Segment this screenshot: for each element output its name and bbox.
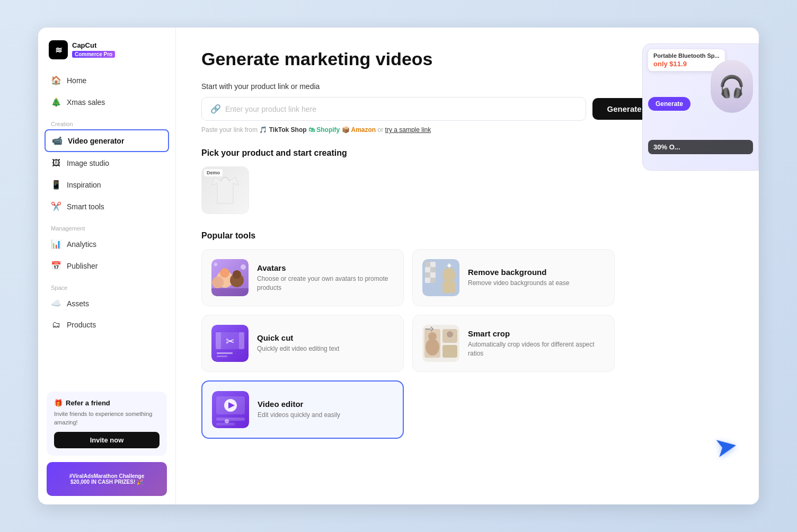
sidebar-item-xmas-sales[interactable]: 🎄 Xmas sales: [45, 92, 169, 112]
video-editor-title: Video editor: [258, 400, 340, 409]
avatars-thumbnail: [211, 259, 249, 296]
logo-icon: ≋: [49, 40, 68, 59]
sidebar-bottom: 🎁 Refer a friend Invite friends to exper…: [38, 383, 175, 504]
smart-crop-info: Smart crop Automatically crop videos for…: [468, 329, 605, 358]
refer-desc: Invite friends to experience something a…: [54, 410, 160, 427]
tool-card-video-editor[interactable]: Video editor Edit videos quickly and eas…: [201, 380, 404, 439]
svg-rect-14: [425, 272, 430, 278]
amazon-link[interactable]: 📦 Amazon: [342, 126, 376, 134]
remove-background-thumbnail: ✦: [422, 259, 459, 296]
tools-section-title: Popular tools: [201, 231, 733, 241]
logo-text: CapCut Commerce Pro: [72, 42, 115, 57]
svg-point-7: [241, 264, 246, 270]
section-creation-label: Creation: [45, 113, 169, 129]
home-icon: 🏠: [51, 75, 61, 85]
promo-text: #ViralAdsMarathon Challenge$20,000 IN CA…: [69, 473, 145, 485]
quick-cut-desc: Quickly edit video editing text: [257, 344, 339, 353]
sidebar-item-assets-label: Assets: [67, 299, 89, 308]
sidebar-item-analytics-label: Analytics: [67, 240, 96, 249]
sidebar-item-smart-tools-label: Smart tools: [67, 202, 104, 211]
sidebar-item-assets[interactable]: ☁️ Assets: [45, 293, 169, 314]
input-placeholder-text: Enter your product link here: [225, 105, 316, 113]
remove-background-desc: Remove video backgrounds at ease: [468, 279, 569, 288]
publisher-icon: 📅: [51, 261, 61, 271]
svg-rect-34: [442, 345, 457, 358]
tools-grid: Avatars Choose or create your own avatar…: [201, 249, 615, 439]
gift-icon: 🎁: [54, 399, 63, 407]
preview-card: Portable Bluetooth Sp... only $11.9 ✦ ✦ …: [642, 43, 759, 171]
product-grid: Demo: [201, 166, 733, 214]
svg-point-5: [212, 277, 224, 288]
link-icon: 🔗: [210, 104, 221, 114]
preview-price: only $11.9: [653, 60, 720, 68]
sidebar-item-inspiration-label: Inspiration: [67, 181, 101, 189]
avatars-info: Avatars Choose or create your own avatar…: [257, 263, 394, 292]
sidebar-item-video-generator-label: Video generator: [68, 137, 124, 145]
section-space-label: Space: [45, 277, 169, 293]
section-management-label: Management: [45, 218, 169, 234]
quick-cut-thumbnail: ✂: [211, 325, 249, 362]
refer-card: 🎁 Refer a friend Invite friends to exper…: [47, 392, 167, 456]
sidebar-item-image-studio-label: Image studio: [67, 159, 109, 167]
shirt-illustration: [209, 172, 241, 209]
logo-name: CapCut: [72, 42, 115, 49]
generate-chip: Generate: [648, 97, 690, 111]
svg-rect-16: [425, 278, 430, 283]
main-content: Portable Bluetooth Sp... only $11.9 ✦ ✦ …: [176, 28, 759, 504]
svg-rect-13: [430, 267, 436, 272]
remove-background-title: Remove background: [468, 268, 569, 277]
smart-crop-desc: Automatically crop videos for different …: [468, 340, 605, 358]
svg-point-31: [426, 339, 439, 356]
svg-point-2: [220, 268, 229, 278]
tool-card-avatars[interactable]: Avatars Choose or create your own avatar…: [201, 249, 404, 306]
avatars-title: Avatars: [257, 263, 394, 272]
sidebar-item-image-studio[interactable]: 🖼 Image studio: [45, 153, 169, 173]
sidebar: ≋ CapCut Commerce Pro 🏠 Home 🎄 Xmas sale…: [38, 28, 176, 504]
sidebar-item-home[interactable]: 🏠 Home: [45, 70, 169, 91]
tool-card-smart-crop[interactable]: Smart crop Automatically crop videos for…: [412, 315, 615, 372]
sidebar-item-publisher[interactable]: 📅 Publisher: [45, 255, 169, 276]
tiktok-link[interactable]: 🎵 TikTok Shop: [259, 126, 306, 134]
sidebar-item-products-label: Products: [67, 321, 96, 329]
svg-rect-40: [216, 423, 235, 425]
sidebar-item-smart-tools[interactable]: ✂️ Smart tools: [45, 196, 169, 217]
assets-icon: ☁️: [51, 298, 61, 308]
video-editor-info: Video editor Edit videos quickly and eas…: [258, 400, 340, 420]
tool-card-remove-background[interactable]: ✦ Remove background Remove video backgro…: [412, 249, 615, 306]
logo: ≋ CapCut Commerce Pro: [38, 28, 175, 70]
demo-badge: Demo: [204, 169, 223, 176]
sidebar-item-inspiration[interactable]: 📱 Inspiration: [45, 174, 169, 195]
discount-bar: 30% O...: [648, 140, 753, 154]
svg-text:✂: ✂: [226, 335, 235, 347]
quick-cut-info: Quick cut Quickly edit video editing tex…: [257, 333, 339, 353]
quick-cut-title: Quick cut: [257, 333, 339, 342]
smart-crop-thumbnail: [422, 325, 459, 362]
svg-text:✦: ✦: [446, 261, 453, 270]
paste-or: or: [378, 126, 385, 134]
sidebar-item-video-generator[interactable]: 📹 Video generator: [45, 129, 169, 152]
logo-sub: Commerce Pro: [72, 51, 115, 58]
svg-rect-27: [217, 356, 227, 357]
product-card-demo[interactable]: Demo: [201, 166, 249, 214]
svg-point-8: [214, 263, 217, 266]
svg-rect-6: [211, 288, 249, 296]
sidebar-nav: 🏠 Home 🎄 Xmas sales Creation 📹 Video gen…: [38, 70, 175, 383]
preview-product-title: Portable Bluetooth Sp...: [653, 52, 720, 59]
person-preview: 🎧: [711, 60, 753, 113]
video-generator-icon: 📹: [52, 136, 63, 146]
shopify-link[interactable]: 🛍 Shopify: [308, 126, 340, 134]
promo-banner[interactable]: #ViralAdsMarathon Challenge$20,000 IN CA…: [47, 462, 167, 496]
products-icon: 🗂: [51, 320, 61, 330]
preview-content: Portable Bluetooth Sp... only $11.9 ✦ ✦ …: [643, 44, 758, 170]
sidebar-item-xmas-label: Xmas sales: [67, 98, 105, 107]
avatars-desc: Choose or create your own avatars to pro…: [257, 274, 394, 292]
try-sample-link[interactable]: try a sample link: [385, 126, 431, 134]
product-link-input[interactable]: 🔗 Enter your product link here: [201, 97, 586, 121]
tool-card-quick-cut[interactable]: ✂ Quick cut Quickly edit video editing t…: [201, 315, 404, 372]
sidebar-item-publisher-label: Publisher: [67, 262, 98, 270]
svg-rect-12: [425, 267, 430, 272]
sidebar-item-analytics[interactable]: 📊 Analytics: [45, 234, 169, 254]
invite-button[interactable]: Invite now: [54, 432, 160, 448]
sidebar-item-products[interactable]: 🗂 Products: [45, 315, 169, 335]
svg-rect-23: [216, 332, 221, 349]
